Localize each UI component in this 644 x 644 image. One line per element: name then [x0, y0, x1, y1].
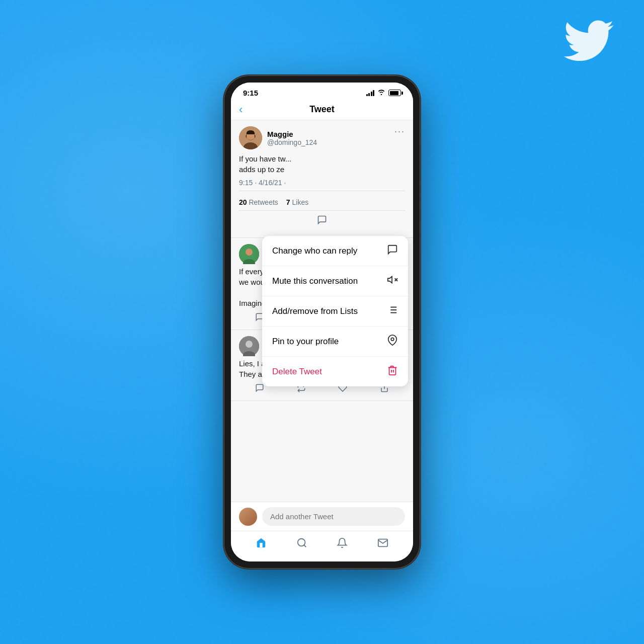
menu-item-label: Add/remove from Lists [272, 306, 358, 316]
wifi-icon [377, 89, 385, 97]
screen-content: Maggie @domingo_124 ··· If you have tw..… [231, 120, 413, 502]
back-button[interactable]: ‹ [239, 103, 243, 116]
nav-home-icon[interactable] [256, 537, 267, 551]
lists-icon [387, 304, 398, 318]
compose-avatar [239, 508, 257, 526]
nav-search-icon[interactable] [296, 537, 307, 551]
app-header: ‹ Tweet [231, 99, 413, 120]
phone-screen: 9:15 ‹ Tweet [231, 83, 413, 561]
compose-bar [231, 502, 413, 531]
mute-icon [387, 274, 398, 288]
nav-messages-icon[interactable] [377, 537, 388, 551]
header-title: Tweet [309, 104, 335, 115]
menu-item-pin[interactable]: Pin to your profile [262, 327, 408, 357]
bottom-nav [231, 531, 413, 561]
status-time: 9:15 [243, 89, 258, 97]
menu-item-label: Pin to your profile [272, 337, 339, 347]
signal-bars-icon [366, 90, 375, 96]
menu-item-label: Mute this conversation [272, 276, 358, 286]
context-menu: Change who can reply Mute this conversat… [262, 236, 408, 386]
battery-icon [388, 90, 401, 96]
menu-item-lists[interactable]: Add/remove from Lists [262, 296, 408, 327]
menu-item-label: Change who can reply [272, 246, 357, 256]
change-reply-icon [387, 244, 398, 258]
svg-marker-4 [388, 277, 392, 283]
compose-input[interactable] [262, 507, 405, 526]
status-icons [366, 89, 401, 97]
svg-point-24 [298, 539, 305, 546]
menu-item-change-reply[interactable]: Change who can reply [262, 236, 408, 266]
svg-line-25 [304, 545, 306, 547]
status-bar: 9:15 [231, 83, 413, 99]
svg-point-13 [391, 338, 394, 341]
compose-input-row [239, 507, 405, 526]
menu-item-delete[interactable]: Delete Tweet [262, 357, 408, 386]
menu-item-mute[interactable]: Mute this conversation [262, 266, 408, 296]
pin-icon [387, 335, 398, 348]
nav-notifications-icon[interactable] [337, 537, 348, 551]
twitter-bg-logo [564, 20, 614, 61]
delete-icon [387, 365, 398, 378]
menu-item-label: Delete Tweet [272, 367, 322, 377]
phone-frame: 9:15 ‹ Tweet [224, 75, 420, 569]
